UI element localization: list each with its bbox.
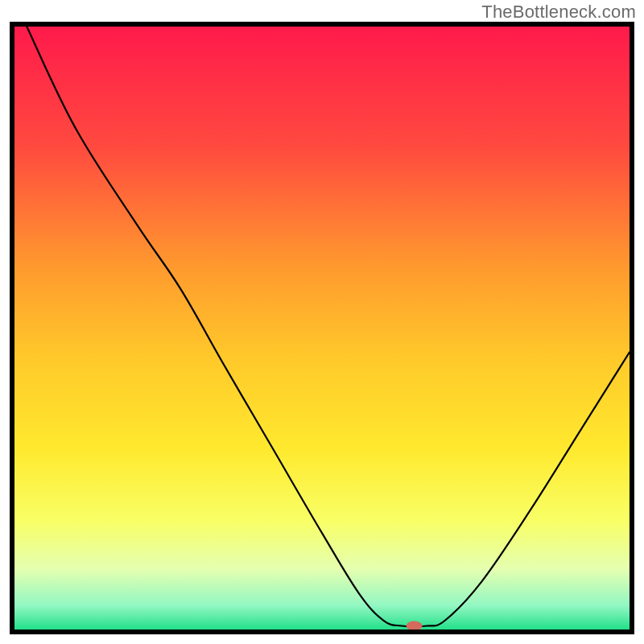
- chart-container: TheBottleneck.com: [0, 0, 644, 644]
- plot-background: [14, 27, 630, 630]
- bottleneck-chart: [0, 0, 644, 644]
- watermark-text: TheBottleneck.com: [481, 2, 636, 23]
- optimal-point-marker: [407, 621, 423, 631]
